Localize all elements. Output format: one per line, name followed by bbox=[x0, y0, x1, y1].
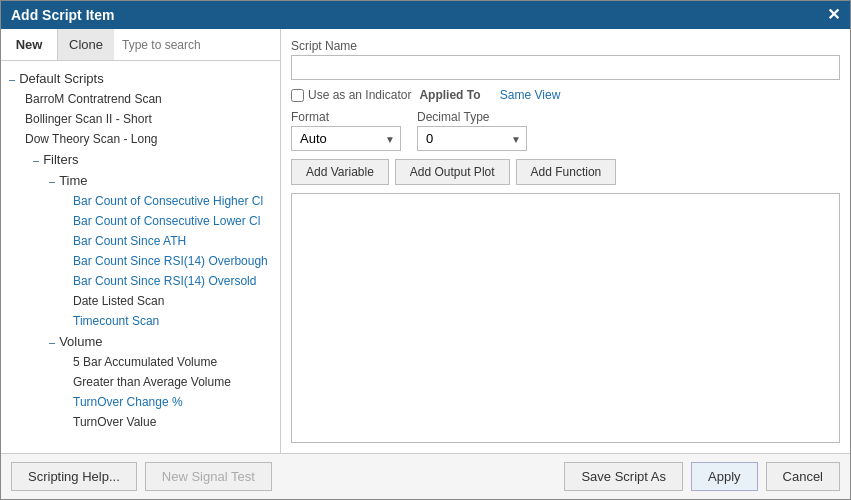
tab-clone[interactable]: Clone bbox=[58, 29, 114, 60]
indicator-checkbox[interactable] bbox=[291, 89, 304, 102]
list-item[interactable]: BarroM Contratrend Scan bbox=[1, 89, 280, 109]
add-function-button[interactable]: Add Function bbox=[516, 159, 617, 185]
list-item[interactable]: TurnOver Value bbox=[33, 412, 280, 432]
apply-button[interactable]: Apply bbox=[691, 462, 758, 491]
dialog-title: Add Script Item bbox=[11, 7, 114, 23]
collapse-icon-filters: – bbox=[33, 154, 39, 166]
add-output-plot-button[interactable]: Add Output Plot bbox=[395, 159, 510, 185]
format-row: Format Auto Number Percent Price ▼ Decim… bbox=[291, 110, 840, 151]
dialog: Add Script Item ✕ New Clone – Default Sc… bbox=[0, 0, 851, 500]
save-script-as-button[interactable]: Save Script As bbox=[564, 462, 683, 491]
list-item[interactable]: Bar Count Since RSI(14) Overbough bbox=[33, 251, 280, 271]
footer-left: Scripting Help... New Signal Test bbox=[11, 462, 272, 491]
add-variable-button[interactable]: Add Variable bbox=[291, 159, 389, 185]
title-bar: Add Script Item ✕ bbox=[1, 1, 850, 29]
section-default-scripts: – Default Scripts BarroM Contratrend Sca… bbox=[1, 65, 280, 435]
action-buttons-row: Add Variable Add Output Plot Add Functio… bbox=[291, 159, 840, 185]
indicator-row: Use as an Indicator Applied To Same View bbox=[291, 88, 840, 102]
default-scripts-group[interactable]: – Default Scripts bbox=[1, 68, 280, 89]
decimal-type-label: Decimal Type bbox=[417, 110, 527, 124]
close-button[interactable]: ✕ bbox=[827, 7, 840, 23]
list-item[interactable]: Bollinger Scan II - Short bbox=[1, 109, 280, 129]
list-item[interactable]: Date Listed Scan bbox=[33, 291, 280, 311]
scripting-help-button[interactable]: Scripting Help... bbox=[11, 462, 137, 491]
script-name-label: Script Name bbox=[291, 39, 840, 53]
filters-group: – Filters – Time Bar Count of Consecutiv… bbox=[1, 149, 280, 432]
tree-panel: – Default Scripts BarroM Contratrend Sca… bbox=[1, 61, 280, 453]
main-content: New Clone – Default Scripts BarroM Contr… bbox=[1, 29, 850, 453]
cancel-button[interactable]: Cancel bbox=[766, 462, 840, 491]
format-select-wrapper: Auto Number Percent Price ▼ bbox=[291, 126, 401, 151]
indicator-checkbox-label[interactable]: Use as an Indicator bbox=[291, 88, 411, 102]
code-editor[interactable] bbox=[291, 193, 840, 443]
format-select[interactable]: Auto Number Percent Price bbox=[291, 126, 401, 151]
decimal-select-wrapper: 0 1 2 3 4 ▼ bbox=[417, 126, 527, 151]
format-group: Format Auto Number Percent Price ▼ bbox=[291, 110, 401, 151]
right-panel: Script Name Use as an Indicator Applied … bbox=[281, 29, 850, 453]
footer: Scripting Help... New Signal Test Save S… bbox=[1, 453, 850, 499]
decimal-type-group: Decimal Type 0 1 2 3 4 ▼ bbox=[417, 110, 527, 151]
list-item[interactable]: Greater than Average Volume bbox=[33, 372, 280, 392]
list-item[interactable]: Bar Count Since ATH bbox=[33, 231, 280, 251]
list-item[interactable]: Dow Theory Scan - Long bbox=[1, 129, 280, 149]
left-panel: New Clone – Default Scripts BarroM Contr… bbox=[1, 29, 281, 453]
list-item[interactable]: Bar Count of Consecutive Higher Cl bbox=[33, 191, 280, 211]
collapse-icon-volume: – bbox=[49, 336, 55, 348]
indicator-text bbox=[489, 88, 492, 102]
collapse-icon-default: – bbox=[9, 73, 15, 85]
list-item[interactable]: Bar Count of Consecutive Lower Cl bbox=[33, 211, 280, 231]
list-item[interactable]: Timecount Scan bbox=[33, 311, 280, 331]
collapse-icon-time: – bbox=[49, 175, 55, 187]
default-scripts-label: Default Scripts bbox=[19, 71, 104, 86]
list-item[interactable]: TurnOver Change % bbox=[33, 392, 280, 412]
same-view-link[interactable]: Same View bbox=[500, 88, 560, 102]
time-group: – Time Bar Count of Consecutive Higher C… bbox=[17, 170, 280, 331]
decimal-type-select[interactable]: 0 1 2 3 4 bbox=[417, 126, 527, 151]
footer-right: Save Script As Apply Cancel bbox=[564, 462, 840, 491]
tab-new[interactable]: New bbox=[1, 29, 58, 60]
indicator-checkbox-text: Use as an Indicator bbox=[308, 88, 411, 102]
format-label: Format bbox=[291, 110, 401, 124]
volume-group-label[interactable]: – Volume bbox=[33, 331, 280, 352]
search-bar: New Clone bbox=[1, 29, 280, 61]
time-group-label[interactable]: – Time bbox=[33, 170, 280, 191]
filters-group-label[interactable]: – Filters bbox=[17, 149, 280, 170]
search-input[interactable] bbox=[114, 29, 280, 60]
applied-to-label: Applied To bbox=[419, 88, 480, 102]
volume-label: Volume bbox=[59, 334, 102, 349]
new-signal-test-button[interactable]: New Signal Test bbox=[145, 462, 272, 491]
list-item[interactable]: Bar Count Since RSI(14) Oversold bbox=[33, 271, 280, 291]
filters-label: Filters bbox=[43, 152, 78, 167]
script-name-input[interactable] bbox=[291, 55, 840, 80]
volume-group: – Volume 5 Bar Accumulated Volume Greate… bbox=[17, 331, 280, 432]
time-label: Time bbox=[59, 173, 87, 188]
list-item[interactable]: 5 Bar Accumulated Volume bbox=[33, 352, 280, 372]
